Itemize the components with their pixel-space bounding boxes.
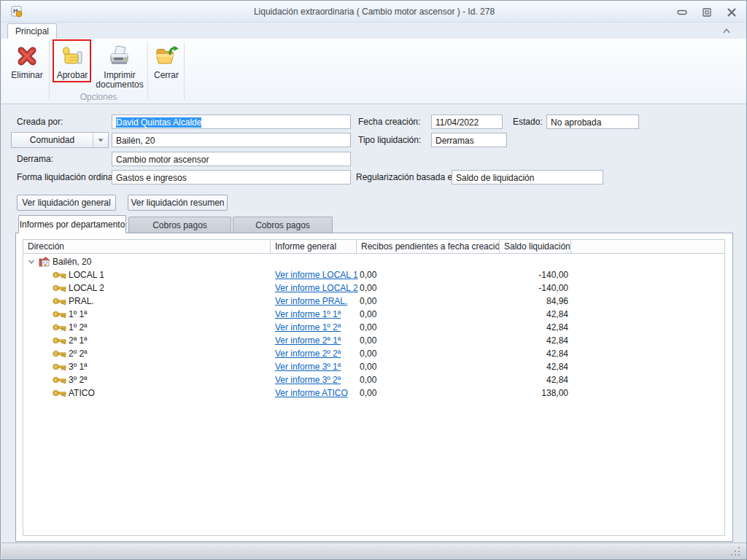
ribbon-group-caption: Opciones: [50, 92, 147, 102]
resize-grip[interactable]: [729, 545, 741, 557]
ver-informe-link[interactable]: Ver informe LOCAL 2: [275, 281, 358, 295]
column-header-saldo-liquidacion[interactable]: Saldo liquidación: [500, 240, 571, 253]
cerrar-button[interactable]: Cerrar: [150, 42, 183, 94]
saldo-value: 42,84: [500, 347, 571, 360]
unit-label: PRAL.: [69, 295, 94, 308]
tree-row-unit[interactable]: 1º 1ªVer informe 1º 1ª0,0042,84: [23, 308, 724, 321]
tree-row-unit[interactable]: PRAL.Ver informe PRAL.0,0084,96: [23, 295, 724, 308]
unit-label: 3º 2ª: [69, 373, 88, 386]
key-icon: [53, 388, 66, 398]
ver-liquidacion-resumen-button[interactable]: Ver liquidación resumen: [128, 195, 228, 211]
thumbs-up-icon: [60, 44, 85, 69]
ver-informe-link[interactable]: Ver informe 1º 1ª: [275, 308, 341, 321]
saldo-value: -140,00: [500, 281, 571, 295]
unit-label: LOCAL 2: [69, 281, 104, 295]
ribbon-separator: [147, 42, 148, 100]
chevron-down-icon: [98, 139, 104, 142]
estado-label: Estado:: [513, 114, 543, 129]
ribbon-separator: [184, 42, 185, 100]
tree-row-unit[interactable]: 3º 1ªVer informe 3º 1ª0,0042,84: [23, 360, 724, 373]
printer-icon: [107, 44, 132, 69]
comunidad-button-label: Comunidad: [12, 133, 93, 147]
comunidad-button[interactable]: Comunidad: [11, 132, 109, 148]
ver-informe-link[interactable]: Ver informe ATICO: [275, 386, 348, 400]
key-icon: [53, 296, 66, 306]
ver-informe-link[interactable]: Ver informe 2ª 1ª: [275, 334, 341, 347]
key-icon: [53, 270, 66, 280]
ver-informe-link[interactable]: Ver informe 2º 2ª: [275, 347, 341, 360]
unit-label: 1º 2ª: [69, 321, 88, 334]
collapse-ribbon-icon[interactable]: [722, 28, 731, 34]
column-header-informe-general[interactable]: Informe general: [271, 240, 357, 253]
ver-informe-link[interactable]: Ver informe 3º 2ª: [275, 373, 341, 386]
window-title: Liquidación extraordinaria ( Cambio moto…: [1, 7, 747, 17]
recibos-value: 0,00: [360, 347, 376, 360]
ver-informe-link[interactable]: Ver informe 3º 1ª: [275, 360, 341, 373]
tab-informes-por-departamento[interactable]: Informes por departamento: [18, 215, 126, 233]
ver-liquidacion-general-button[interactable]: Ver liquidación general: [17, 195, 116, 211]
cerrar-label: Cerrar: [154, 71, 179, 80]
forma-liquidacion-field[interactable]: Gastos e ingresos: [112, 170, 351, 184]
eliminar-button[interactable]: Eliminar: [6, 42, 48, 94]
imprimir-documentos-button[interactable]: Imprimir documentos: [93, 42, 146, 94]
creada-por-field[interactable]: David Quintas Alcalde: [112, 114, 351, 129]
comunidad-dropdown-arrow[interactable]: [93, 133, 108, 147]
tab-principal[interactable]: Principal: [7, 23, 57, 39]
ver-informe-link[interactable]: Ver informe 1º 2ª: [275, 321, 341, 334]
recibos-value: 0,00: [360, 321, 376, 334]
aprobar-label: Aprobar: [57, 71, 88, 80]
recibos-value: 0,00: [360, 360, 376, 373]
key-icon: [53, 322, 66, 332]
building-icon: [38, 256, 50, 268]
tree-row-unit[interactable]: ATICOVer informe ATICO0,00138,00: [23, 386, 724, 400]
regularizacion-field[interactable]: Saldo de liquidación: [452, 170, 603, 184]
minimize-button[interactable]: [677, 7, 687, 18]
unit-label: 2ª 1ª: [69, 334, 88, 347]
tab-cobros-pagos-individuales[interactable]: Cobros pagos individuales: [233, 217, 333, 233]
restore-button[interactable]: [702, 7, 712, 18]
tree-row-unit[interactable]: LOCAL 2Ver informe LOCAL 20,00-140,00: [23, 281, 724, 295]
tree-collapse-icon[interactable]: [28, 259, 35, 265]
key-icon: [53, 335, 66, 346]
saldo-value: 84,96: [500, 295, 571, 308]
key-icon: [53, 362, 66, 372]
close-button[interactable]: [727, 7, 737, 18]
key-icon: [53, 309, 66, 319]
column-header-recibos-pendientes[interactable]: Recibos pendientes a fecha creación: [357, 240, 500, 253]
tree-row-unit[interactable]: 1º 2ªVer informe 1º 2ª0,0042,84: [23, 321, 724, 334]
saldo-value: 42,84: [500, 360, 571, 373]
tree-row-root[interactable]: Bailén, 20: [23, 255, 724, 268]
title-bar: H Liquidación extraordinaria ( Cambio mo…: [1, 1, 747, 23]
folder-go-icon: [154, 44, 179, 69]
tipo-liquidacion-field[interactable]: Derramas: [431, 133, 507, 147]
tab-cobros-pagos-comunitarios[interactable]: Cobros pagos comunitarios: [128, 217, 231, 233]
saldo-value: 138,00: [500, 386, 571, 400]
tree-row-unit[interactable]: LOCAL 1Ver informe LOCAL 10,00-140,00: [23, 268, 724, 281]
saldo-value: 42,84: [500, 321, 571, 334]
grid-rows: Bailén, 20 LOCAL 1Ver informe LOCAL 10,0…: [23, 255, 724, 400]
saldo-value: 42,84: [500, 334, 571, 347]
ver-informe-link[interactable]: Ver informe PRAL.: [275, 295, 347, 308]
saldo-value: 42,84: [500, 373, 571, 386]
ver-informe-link[interactable]: Ver informe LOCAL 1: [275, 268, 358, 281]
key-icon: [53, 283, 66, 293]
tree-row-unit[interactable]: 2ª 1ªVer informe 2ª 1ª0,0042,84: [23, 334, 724, 347]
saldo-value: 42,84: [500, 308, 571, 321]
recibos-value: 0,00: [360, 386, 376, 400]
column-header-direccion[interactable]: Dirección: [23, 240, 271, 253]
root-node-label: Bailén, 20: [53, 255, 91, 268]
recibos-value: 0,00: [360, 281, 376, 295]
derrama-label: Derrama:: [17, 152, 53, 166]
aprobar-button[interactable]: Aprobar: [54, 42, 90, 94]
recibos-value: 0,00: [360, 334, 376, 347]
creada-por-value: David Quintas Alcalde: [116, 117, 201, 128]
imprimir-documentos-label: Imprimir documentos: [93, 71, 146, 90]
creada-por-label: Creada por:: [17, 114, 63, 129]
tree-row-unit[interactable]: 2º 2ªVer informe 2º 2ª0,0042,84: [23, 347, 724, 360]
fecha-creacion-field[interactable]: 11/04/2022: [431, 114, 503, 129]
derrama-field[interactable]: Cambio motor ascensor: [112, 152, 351, 166]
comunidad-field[interactable]: Bailén, 20: [112, 133, 351, 147]
tree-row-unit[interactable]: 3º 2ªVer informe 3º 2ª0,0042,84: [23, 373, 724, 386]
regularizacion-label: Regularización basada en:: [356, 170, 460, 184]
estado-field[interactable]: No aprobada: [546, 114, 639, 129]
